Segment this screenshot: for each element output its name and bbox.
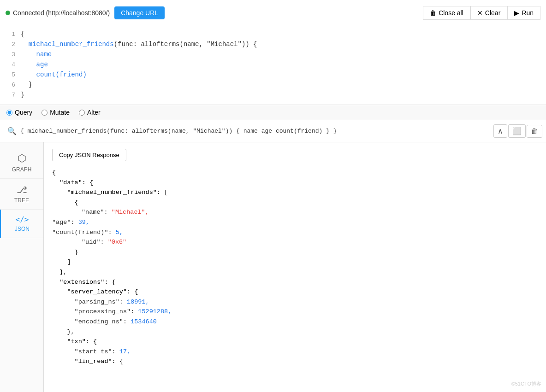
change-url-button[interactable]: Change URL	[114, 6, 165, 19]
json-line: "extensions": {	[52, 277, 538, 287]
expand-button[interactable]: ⬜	[508, 124, 526, 138]
json-number-value: 18991,	[127, 298, 149, 305]
json-key: "uid":	[82, 239, 108, 246]
json-key: "count(friend)":	[52, 229, 116, 236]
json-number-value: 5,	[116, 229, 123, 236]
code-blue-text: name	[36, 51, 52, 58]
main-content: ⬡ GRAPH ⎇ TREE </> JSON Copy JSON Respon…	[0, 142, 546, 392]
json-line: "name": "Michael",	[52, 207, 538, 217]
editor-area: 1{2 michael_number_friends(func: allofte…	[0, 26, 546, 105]
sidebar-item-tree[interactable]: ⎇ TREE	[0, 179, 43, 210]
editor-line: 6 }	[0, 81, 546, 91]
connected-dot	[6, 11, 10, 15]
json-line: ]	[52, 257, 538, 267]
json-number-value: 15291288,	[138, 308, 172, 315]
code-text	[21, 71, 36, 78]
times-icon: ✕	[477, 9, 483, 17]
json-string-value: "Michael",	[112, 209, 149, 216]
copy-json-button[interactable]: Copy JSON Response	[52, 149, 126, 161]
sidebar-item-json[interactable]: </> JSON	[0, 210, 43, 238]
line-number: 2	[0, 41, 21, 48]
editor-line: 2 michael_number_friends(func: allofterm…	[0, 40, 546, 50]
tree-label: TREE	[14, 197, 29, 204]
alter-radio-label[interactable]: Alter	[79, 109, 101, 116]
json-line: "count(friend)": 5,	[52, 228, 538, 238]
json-output[interactable]: Copy JSON Response { "data": { "michael_…	[44, 142, 546, 392]
query-label: Query	[15, 109, 32, 116]
editor-line: 4 age	[0, 60, 546, 70]
search-icon: 🔍	[4, 127, 20, 135]
code-text	[21, 41, 29, 48]
json-line: },	[52, 327, 538, 337]
line-number: 7	[0, 92, 21, 99]
line-number: 1	[0, 31, 21, 38]
code-blue-text: age	[36, 61, 48, 68]
mutate-label: Mutate	[50, 109, 70, 116]
json-line: "processing_ns": 15291288,	[52, 307, 538, 317]
watermark: ©51CTO博客	[511, 380, 541, 387]
line-number: 3	[0, 51, 21, 58]
line-number: 6	[0, 82, 21, 88]
query-search-input[interactable]	[20, 128, 493, 135]
trash-icon: 🗑	[430, 9, 436, 17]
alter-radio[interactable]	[79, 110, 85, 116]
graph-label: GRAPH	[12, 166, 32, 173]
line-content: {	[21, 30, 24, 38]
json-key: "encoding_ns":	[52, 318, 131, 325]
json-line: "start_ts": 17,	[52, 347, 538, 357]
json-line: "encoding_ns": 1534640	[52, 317, 538, 327]
line-content: michael_number_friends(func: allofterms(…	[21, 41, 257, 48]
json-label: JSON	[15, 226, 30, 232]
header-bar: Connected (http://localhost:8080/) Chang…	[0, 0, 546, 26]
line-content: }	[21, 81, 32, 88]
json-number-value: 1534640	[131, 318, 157, 325]
clear-label: Clear	[485, 9, 500, 17]
json-line: "txn": {	[52, 337, 538, 347]
query-radio[interactable]	[6, 110, 12, 116]
left-sidebar: ⬡ GRAPH ⎇ TREE </> JSON	[0, 142, 44, 392]
code-text: (func: allofterms(name, "Michael")) {	[114, 41, 257, 48]
line-number: 5	[0, 71, 21, 78]
json-line: "age": 39,	[52, 217, 538, 228]
mutate-radio-label[interactable]: Mutate	[42, 109, 70, 116]
json-line: "server_latency": {	[52, 287, 538, 297]
json-icon: </>	[16, 215, 29, 224]
header-actions: 🗑 Close all ✕ Clear ▶ Run	[423, 6, 540, 20]
connection-status: Connected (http://localhost:8080/)	[6, 9, 110, 17]
json-key: "processing_ns":	[52, 308, 138, 315]
line-content: name	[21, 51, 52, 58]
run-button[interactable]: ▶ Run	[507, 6, 540, 20]
json-key: "start_ts":	[52, 348, 119, 355]
json-lines-container: { "data": { "michael_number_friends": [ …	[52, 168, 538, 367]
delete-query-button[interactable]: 🗑	[527, 125, 542, 138]
line-content: age	[21, 61, 48, 68]
json-number-value: 17,	[119, 348, 131, 355]
collapse-button[interactable]: ∧	[493, 124, 507, 138]
clear-button[interactable]: ✕ Clear	[470, 6, 507, 20]
query-search-bar: 🔍 ∧ ⬜ 🗑	[0, 120, 546, 142]
editor-lines[interactable]: 1{2 michael_number_friends(func: allofte…	[0, 26, 546, 105]
line-number: 4	[0, 61, 21, 68]
json-line: "lin_read": {	[52, 357, 538, 367]
json-key: "name":	[82, 209, 112, 216]
status-text: Connected (http://localhost:8080/)	[13, 9, 110, 17]
editor-line: 3 name	[0, 50, 546, 60]
run-label: Run	[522, 9, 534, 17]
tree-icon: ⎇	[17, 184, 27, 195]
json-number-value: 39,	[78, 219, 89, 226]
json-key: "age":	[52, 219, 78, 226]
close-all-label: Close all	[439, 9, 463, 17]
line-content: }	[21, 91, 24, 99]
code-blue-text: michael_number_friends	[29, 41, 114, 48]
json-line: },	[52, 267, 538, 277]
alter-label: Alter	[87, 109, 101, 116]
code-text	[21, 61, 36, 68]
json-line: }	[52, 247, 538, 257]
json-line: {	[52, 168, 538, 178]
close-all-button[interactable]: 🗑 Close all	[423, 6, 470, 20]
mutate-radio[interactable]	[42, 110, 47, 116]
sidebar-item-graph[interactable]: ⬡ GRAPH	[0, 147, 43, 179]
query-radio-label[interactable]: Query	[6, 109, 32, 116]
editor-line: 1{	[0, 30, 546, 40]
play-icon: ▶	[514, 9, 519, 17]
